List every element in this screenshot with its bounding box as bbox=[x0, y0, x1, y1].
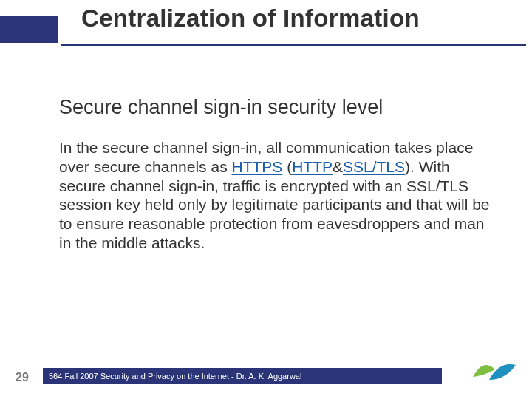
slide: Centralization of Information Secure cha… bbox=[0, 0, 532, 399]
page-number: 29 bbox=[7, 371, 37, 384]
body-text-1: ( bbox=[282, 158, 292, 175]
link-ssl-tls[interactable]: SSL/TLS bbox=[343, 158, 405, 175]
footer-bar: 564 Fall 2007 Security and Privacy on th… bbox=[43, 368, 442, 384]
section-heading: Secure channel sign-in security level bbox=[59, 96, 495, 119]
title-area: Centralization of Information bbox=[0, 0, 532, 53]
logo-icon bbox=[470, 355, 519, 387]
link-https[interactable]: HTTPS bbox=[231, 158, 282, 175]
content-area: Secure channel sign-in security level In… bbox=[59, 96, 495, 253]
body-paragraph: In the secure channel sign-in, all commu… bbox=[59, 138, 495, 253]
footer-text: 564 Fall 2007 Security and Privacy on th… bbox=[43, 372, 301, 381]
title-underline bbox=[61, 44, 526, 47]
footer: 29 564 Fall 2007 Security and Privacy on… bbox=[0, 366, 532, 384]
slide-title: Centralization of Information bbox=[81, 4, 420, 33]
link-http[interactable]: HTTP bbox=[292, 158, 332, 175]
title-accent-band bbox=[0, 16, 58, 43]
body-text-2: & bbox=[332, 158, 343, 175]
